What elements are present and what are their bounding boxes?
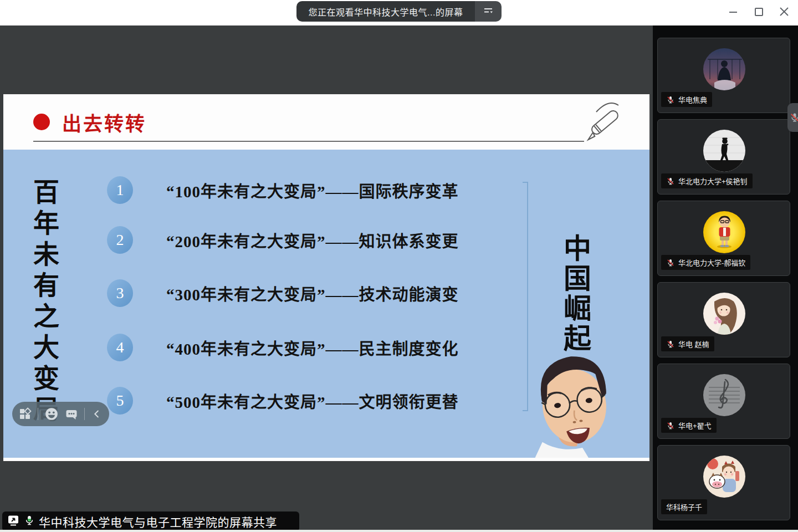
mic-live-icon: [24, 514, 35, 529]
apps-grid-icon[interactable]: [18, 407, 32, 421]
treble-clef-avatar: [703, 374, 745, 416]
mic-muted-icon: [666, 340, 675, 349]
window-frame-edge: [0, 530, 798, 532]
floating-toolbar: [12, 402, 109, 426]
chat-bubble-icon[interactable]: [65, 407, 78, 421]
mic-muted-icon: [666, 258, 675, 267]
viewing-banner-title: 您正在观看华中科技大学电气...的屏幕: [296, 1, 475, 22]
item-number-badge: 4: [107, 334, 133, 361]
presenter-webcam-face: [526, 350, 622, 458]
window-controls: [725, 4, 792, 21]
participant-tile[interactable]: 华科杨子千: [657, 445, 790, 520]
slide-body: 百年未有之大变局 中国崛起 1 “100年未有之大变局”——国际秩序变革 2 “…: [3, 150, 649, 458]
item-text: “400年未有之大变局”——民主制度变化: [166, 336, 459, 359]
minimize-icon: [725, 3, 741, 22]
chevron-left-icon[interactable]: [91, 408, 103, 420]
screen-share-icon: [7, 514, 20, 529]
participants-sidebar: 华电焦典: [653, 25, 798, 532]
participant-name-label: 华北电力大学+侯艳钊: [661, 173, 753, 188]
participant-name: 华电+翟弋: [678, 420, 712, 431]
banner-menu-button[interactable]: [475, 1, 502, 22]
item-text: “500年未有之大变局”——文明领衔更替: [166, 389, 459, 412]
close-icon: [776, 3, 792, 22]
red-dot-bullet: [33, 114, 50, 130]
maximize-button[interactable]: [750, 4, 767, 21]
participant-tile[interactable]: 华电焦典: [657, 38, 790, 113]
viewing-banner: 您正在观看华中科技大学电气...的屏幕: [296, 1, 502, 22]
mic-muted-icon: [789, 112, 798, 123]
collapsed-mic-panel-tab[interactable]: [787, 103, 798, 132]
smiley-icon[interactable]: [44, 407, 59, 421]
slide-header-title: 出去转转: [62, 108, 146, 136]
presentation-slide: 出去转转 百年未有之大变局: [3, 94, 649, 461]
participant-name: 华电焦典: [678, 94, 707, 105]
list-item: 2 “200年未有之大变局”——知识体系变更: [107, 221, 459, 259]
toolbar-divider: [38, 408, 38, 420]
participant-name: 华电 赵楠: [678, 339, 709, 349]
participant-name-label: 华北电力大学-郝福钦: [661, 255, 750, 270]
participant-tile[interactable]: 华电 赵楠: [657, 282, 790, 357]
yellow-cartoon-avatar: [703, 211, 745, 253]
dusk-photo-avatar: [703, 48, 745, 90]
item-number-badge: 5: [107, 387, 133, 415]
header-underline: [33, 141, 584, 142]
list-item: 3 “300年未有之大变局”——技术动能演变: [107, 274, 459, 313]
participant-tile[interactable]: 华北电力大学-郝福钦: [657, 201, 790, 276]
slide-right-vertical-title: 中国崛起: [561, 234, 589, 354]
titlebar: 您正在观看华中科技大学电气...的屏幕: [0, 0, 798, 25]
item-text: “200年未有之大变局”——知识体系变更: [166, 228, 459, 252]
list-dropdown-icon: [483, 5, 494, 18]
item-text: “300年未有之大变局”——技术动能演变: [166, 282, 459, 305]
item-number-badge: 3: [107, 279, 133, 307]
participant-name: 华北电力大学-郝福钦: [678, 257, 745, 268]
participant-name: 华北电力大学+侯艳钊: [678, 176, 748, 186]
item-number-badge: 2: [107, 226, 133, 254]
pen-icon: [580, 96, 630, 146]
participant-tile[interactable]: 华电+翟弋: [657, 364, 790, 439]
item-number-badge: 1: [107, 176, 133, 204]
toolbar-divider: [84, 408, 85, 420]
slide-left-vertical-title: 百年未有之大变局: [31, 178, 57, 427]
mic-muted-icon: [666, 95, 675, 104]
participant-name-label: 华电焦典: [661, 92, 712, 107]
bw-silhouette-avatar: [703, 130, 745, 172]
maximize-icon: [750, 3, 767, 22]
close-button[interactable]: [776, 4, 792, 21]
list-item: 5 “500年未有之大变局”——文明领衔更替: [107, 381, 459, 420]
slide-header: 出去转转: [3, 94, 649, 150]
girl-illustration-avatar: [703, 293, 745, 335]
screen-share-status-bar: 华中科技大学电气与电子工程学院的屏幕共享: [2, 511, 299, 531]
participant-tile[interactable]: 华北电力大学+侯艳钊: [657, 119, 790, 195]
participant-name-label: 华电+翟弋: [661, 418, 717, 433]
meeting-window: 您正在观看华中科技大学电气...的屏幕: [0, 0, 798, 532]
screen-share-status-text: 华中科技大学电气与电子工程学院的屏幕共享: [39, 513, 277, 530]
list-item: 4 “400年未有之大变局”——民主制度变化: [107, 328, 459, 367]
minimize-button[interactable]: [725, 4, 741, 21]
cow-cartoon-avatar: [703, 456, 745, 498]
item-text: “100年未有之大变局”——国际秩序变革: [166, 178, 459, 202]
list-item: 1 “100年未有之大变局”——国际秩序变革: [107, 171, 459, 209]
participant-name-label: 华科杨子千: [661, 499, 707, 514]
participant-name: 华科杨子千: [666, 502, 702, 512]
shared-screen-area: 出去转转 百年未有之大变局: [0, 25, 653, 532]
mic-muted-icon: [666, 421, 675, 430]
mic-muted-icon: [666, 177, 675, 186]
participant-name-label: 华电 赵楠: [661, 336, 714, 351]
